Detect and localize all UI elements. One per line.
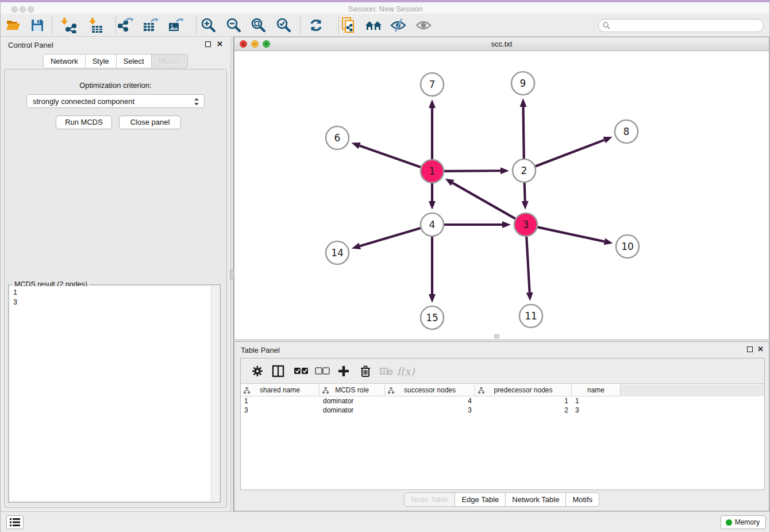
zoom-in-icon bbox=[201, 17, 217, 33]
node-label-11: 11 bbox=[525, 310, 537, 322]
cell-shared-name[interactable]: 1 bbox=[241, 396, 319, 406]
run-mcds-button[interactable]: Run MCDS bbox=[56, 115, 112, 129]
zoom-out-button[interactable] bbox=[225, 17, 243, 34]
control-panel-close-button[interactable]: ✕ bbox=[217, 40, 223, 48]
tab-mcds[interactable]: MCDS bbox=[152, 54, 188, 68]
memory-button[interactable]: Memory bbox=[721, 515, 766, 529]
import-table-button[interactable] bbox=[86, 17, 104, 34]
edge-arrow-icon bbox=[500, 167, 509, 174]
cell-name[interactable]: 3 bbox=[572, 406, 621, 415]
table-panel-title: Table Panel bbox=[241, 346, 280, 354]
column-header-predecessor-nodes[interactable]: predecessor nodes bbox=[475, 384, 572, 396]
tab-motifs[interactable]: Motifs bbox=[566, 492, 599, 507]
hierarchy-icon bbox=[244, 387, 250, 394]
status-bar: Memory bbox=[1, 511, 770, 532]
add-column-button[interactable] bbox=[335, 363, 352, 379]
cell-predecessor-nodes[interactable]: 2 bbox=[475, 406, 572, 415]
node-label-1: 1 bbox=[429, 165, 436, 177]
node-label-9: 9 bbox=[520, 78, 526, 89]
tab-select[interactable]: Select bbox=[117, 54, 152, 68]
hide-selected-button[interactable] bbox=[389, 17, 407, 34]
close-panel-button[interactable]: Close panel bbox=[119, 115, 181, 129]
optimization-criterion-select[interactable]: strongly connected component bbox=[26, 94, 205, 108]
tab-edge-table[interactable]: Edge Table bbox=[455, 492, 506, 507]
cell-MCDS-role[interactable]: dominator bbox=[319, 406, 385, 415]
edge-3-10[interactable] bbox=[538, 227, 605, 241]
mcds-result-text[interactable]: 1 3 bbox=[10, 286, 211, 501]
network-canvas[interactable]: 1234678910111415 bbox=[234, 51, 769, 340]
save-session-button[interactable] bbox=[28, 17, 47, 34]
control-panel-tabs: NetworkStyleSelectMCDS bbox=[1, 54, 230, 68]
edge-2-3[interactable] bbox=[525, 183, 525, 201]
clone-network-button[interactable] bbox=[340, 17, 358, 34]
node-label-3: 3 bbox=[523, 219, 529, 230]
clone-network-icon bbox=[341, 17, 357, 34]
deselect-all-button[interactable] bbox=[314, 363, 331, 379]
cell-successor-nodes[interactable]: 4 bbox=[385, 396, 475, 406]
search-input[interactable] bbox=[613, 22, 763, 30]
table-panel-close-button[interactable]: ✕ bbox=[757, 345, 764, 353]
network-scrollbar-handle[interactable] bbox=[494, 334, 499, 338]
edge-4-14[interactable] bbox=[360, 228, 421, 246]
tab-network[interactable]: Network bbox=[43, 54, 86, 68]
unchecked-boxes-icon bbox=[315, 367, 330, 375]
cell-shared-name[interactable]: 3 bbox=[241, 406, 319, 415]
table-row[interactable]: 3dominator323 bbox=[241, 406, 764, 415]
edge-2-9[interactable] bbox=[523, 107, 524, 159]
function-builder-button-disabled: f(x) bbox=[397, 363, 414, 379]
network-window-titlebar[interactable]: x − + scc.txt bbox=[234, 37, 769, 51]
open-file-button[interactable] bbox=[4, 17, 22, 34]
import-network-button[interactable] bbox=[59, 17, 78, 34]
cell-name[interactable]: 1 bbox=[572, 396, 621, 406]
zoom-out-icon bbox=[226, 17, 242, 33]
first-neighbors-button[interactable] bbox=[364, 17, 383, 34]
cell-successor-nodes[interactable]: 3 bbox=[385, 406, 475, 415]
app-title: Session: New Session bbox=[1, 5, 770, 13]
memory-label: Memory bbox=[735, 518, 760, 526]
open-folder-icon bbox=[6, 18, 21, 32]
cell-MCDS-role[interactable]: dominator bbox=[319, 396, 385, 406]
zoom-fit-button[interactable] bbox=[249, 17, 268, 34]
show-all-button[interactable] bbox=[414, 17, 433, 34]
edge-3-11[interactable] bbox=[526, 237, 529, 292]
column-header-shared-name[interactable]: shared name bbox=[241, 384, 319, 396]
table-settings-button[interactable] bbox=[249, 363, 266, 379]
tab-node-table[interactable]: Node Table bbox=[404, 492, 456, 507]
edge-arrow-icon bbox=[429, 99, 436, 108]
export-network-button[interactable] bbox=[117, 17, 135, 34]
column-header-MCDS-role[interactable]: MCDS role bbox=[319, 384, 385, 396]
checked-boxes-icon bbox=[294, 367, 309, 375]
panel-splitter-handle[interactable] bbox=[230, 270, 234, 279]
node-table: f(x) shared nameMCDS rolesuccessor nodes… bbox=[240, 358, 765, 490]
zoom-selected-button[interactable] bbox=[275, 17, 293, 34]
export-table-button[interactable] bbox=[141, 17, 160, 34]
optimization-criterion-value: strongly connected component bbox=[33, 97, 134, 106]
tab-network-table[interactable]: Network Table bbox=[506, 492, 566, 507]
edge-3-1[interactable] bbox=[453, 183, 515, 218]
cell-predecessor-nodes[interactable]: 1 bbox=[475, 396, 572, 406]
table-panel-float-button[interactable] bbox=[747, 346, 753, 352]
edge-1-2[interactable] bbox=[444, 171, 500, 171]
task-history-button[interactable] bbox=[6, 515, 24, 529]
refresh-button[interactable] bbox=[307, 17, 325, 34]
search-field[interactable] bbox=[598, 19, 764, 32]
zoom-in-button[interactable] bbox=[199, 17, 218, 34]
show-columns-button[interactable] bbox=[270, 363, 287, 379]
delete-table-icon bbox=[379, 367, 393, 376]
hierarchy-icon bbox=[388, 387, 394, 394]
column-header-successor-nodes[interactable]: successor nodes bbox=[385, 384, 475, 396]
edge-1-6[interactable] bbox=[360, 146, 421, 167]
control-panel: Control Panel ✕ NetworkStyleSelectMCDS O… bbox=[1, 37, 230, 511]
delete-column-button[interactable] bbox=[357, 363, 374, 379]
edge-arrow-icon bbox=[445, 179, 455, 186]
mcds-result-scrollbar[interactable] bbox=[211, 286, 219, 501]
select-all-button[interactable] bbox=[292, 363, 310, 379]
table-row[interactable]: 1dominator411 bbox=[241, 396, 764, 406]
node-label-8: 8 bbox=[623, 126, 630, 137]
column-header-name[interactable]: name bbox=[572, 384, 621, 396]
edge-2-8[interactable] bbox=[536, 140, 605, 167]
tab-style[interactable]: Style bbox=[86, 54, 117, 68]
export-image-button[interactable] bbox=[167, 17, 185, 34]
node-label-10: 10 bbox=[621, 241, 634, 252]
control-panel-float-button[interactable] bbox=[205, 41, 211, 47]
